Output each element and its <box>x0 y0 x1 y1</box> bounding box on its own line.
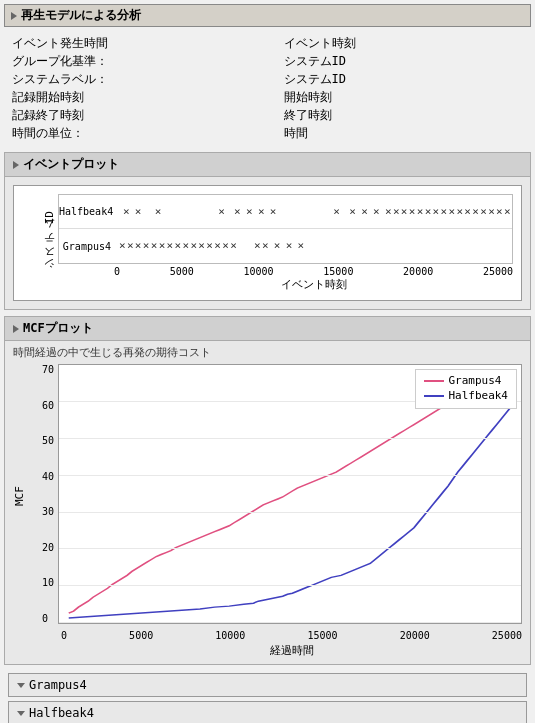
svg-text:×: × <box>155 205 162 218</box>
svg-text:×: × <box>298 239 305 252</box>
svg-text:×: × <box>448 205 455 218</box>
x-tick-0: 0 <box>114 266 120 277</box>
svg-text:×: × <box>401 205 408 218</box>
x-axis-label: イベント時刻 <box>58 277 513 292</box>
x-tick-3: 15000 <box>323 266 353 277</box>
event-plot-section: イベントプロット システムID Halfbeak4 <box>4 152 531 310</box>
svg-text:×: × <box>274 239 281 252</box>
mcf-x-axis-label: 経過時間 <box>5 641 530 664</box>
main-container: 再生モデルによる分析 イベント発生時間 イベント時刻 グループ化基準： システム… <box>0 0 535 723</box>
event-plot-collapse-icon[interactable] <box>13 161 19 169</box>
svg-text:×: × <box>504 205 511 218</box>
grampus-svg: × × × × × × × × × × <box>115 229 512 263</box>
y-tick-0: 0 <box>42 613 54 624</box>
svg-text:×: × <box>127 239 134 252</box>
svg-text:×: × <box>270 205 277 218</box>
svg-text:×: × <box>496 205 503 218</box>
mcf-y-axis-label: MCF <box>13 364 26 624</box>
svg-text:×: × <box>409 205 416 218</box>
svg-text:×: × <box>286 239 293 252</box>
mcf-plot-collapse-icon[interactable] <box>13 325 19 333</box>
y-tick-4: 40 <box>42 471 54 482</box>
event-plot-inner: システムID Halfbeak4 × <box>22 194 513 292</box>
svg-text:×: × <box>167 239 174 252</box>
event-rows: Halfbeak4 × × × × × × <box>58 194 513 264</box>
field-label-0: イベント発生時間 <box>12 35 276 52</box>
event-x-ticks: 0 5000 10000 15000 20000 25000 <box>58 264 513 277</box>
field-value-0: イベント時刻 <box>284 35 524 52</box>
bottom-item-grampus-label: Grampus4 <box>29 678 87 692</box>
event-plot-container: システムID Halfbeak4 × <box>13 185 522 301</box>
event-plot-header: イベントプロット <box>5 153 530 177</box>
main-section-title: 再生モデルによる分析 <box>21 7 141 24</box>
x-tick-1: 5000 <box>170 266 194 277</box>
svg-text:×: × <box>159 239 166 252</box>
event-plot-title: イベントプロット <box>23 156 119 173</box>
svg-text:×: × <box>373 205 380 218</box>
mcf-x-tick-4: 20000 <box>400 630 430 641</box>
legend-grampus: Grampus4 <box>424 374 508 387</box>
mcf-x-tick-0: 0 <box>61 630 67 641</box>
field-label-1: グループ化基準： <box>12 53 276 70</box>
mcf-chart-area: Grampus4 Halfbeak4 <box>58 364 522 624</box>
mcf-x-ticks: 0 5000 10000 15000 20000 25000 <box>5 628 530 641</box>
svg-text:×: × <box>385 205 392 218</box>
halfbeak-marks-area: × × × × × × × × × × <box>115 195 512 228</box>
svg-text:×: × <box>441 205 448 218</box>
y-tick-1: 10 <box>42 577 54 588</box>
svg-text:×: × <box>151 239 158 252</box>
svg-text:×: × <box>425 205 432 218</box>
bottom-item-grampus[interactable]: Grampus4 <box>8 673 527 697</box>
bottom-item-halfbeak[interactable]: Halfbeak4 <box>8 701 527 723</box>
svg-text:×: × <box>234 205 241 218</box>
x-tick-4: 20000 <box>403 266 433 277</box>
field-value-5: 時間 <box>284 125 524 142</box>
collapse-icon[interactable] <box>11 12 17 20</box>
mcf-x-tick-3: 15000 <box>307 630 337 641</box>
svg-text:×: × <box>222 239 229 252</box>
svg-text:×: × <box>361 205 368 218</box>
svg-text:×: × <box>417 205 424 218</box>
mcf-plot-section: MCFプロット 時間経過の中で生じる再発の期待コスト MCF 0 10 20 3… <box>4 316 531 665</box>
bottom-item-triangle-grampus <box>17 683 25 688</box>
y-tick-5: 50 <box>42 435 54 446</box>
field-value-3: 開始時刻 <box>284 89 524 106</box>
event-row-grampus: Grampus4 × × × × × × × × <box>59 229 512 263</box>
mcf-chart-outer: MCF 0 10 20 30 40 50 60 70 <box>13 364 522 624</box>
svg-text:×: × <box>456 205 463 218</box>
y-tick-6: 60 <box>42 400 54 411</box>
bottom-item-triangle-halfbeak <box>17 711 25 716</box>
grampus-marks-area: × × × × × × × × × × <box>115 229 512 263</box>
svg-text:×: × <box>190 239 197 252</box>
info-grid: イベント発生時間 イベント時刻 グループ化基準： システムID システムラベル：… <box>4 31 531 146</box>
y-axis-full: MCF 0 10 20 30 40 50 60 70 <box>13 364 58 624</box>
x-tick-5: 25000 <box>483 266 513 277</box>
svg-text:×: × <box>433 205 440 218</box>
svg-text:×: × <box>218 205 225 218</box>
svg-text:×: × <box>123 205 130 218</box>
svg-text:×: × <box>258 205 265 218</box>
svg-text:×: × <box>198 239 205 252</box>
svg-text:×: × <box>182 239 189 252</box>
svg-text:×: × <box>349 205 356 218</box>
field-label-2: システムラベル： <box>12 71 276 88</box>
svg-text:×: × <box>230 239 237 252</box>
y-axis-label: システムID <box>22 211 58 275</box>
halfbeak-svg: × × × × × × × × × × <box>115 195 512 229</box>
mcf-x-tick-1: 5000 <box>129 630 153 641</box>
field-label-4: 記録終了時刻 <box>12 107 276 124</box>
svg-text:×: × <box>333 205 340 218</box>
svg-text:×: × <box>135 239 142 252</box>
x-tick-2: 10000 <box>244 266 274 277</box>
svg-text:×: × <box>135 205 142 218</box>
bottom-item-halfbeak-label: Halfbeak4 <box>29 706 94 720</box>
row-label-grampus: Grampus4 <box>59 241 115 252</box>
y-tick-7: 70 <box>42 364 54 375</box>
svg-text:×: × <box>246 205 253 218</box>
svg-text:×: × <box>393 205 400 218</box>
mcf-x-tick-2: 10000 <box>215 630 245 641</box>
mcf-plot-title: MCFプロット <box>23 320 93 337</box>
svg-text:×: × <box>119 239 126 252</box>
svg-text:×: × <box>175 239 182 252</box>
svg-text:×: × <box>254 239 261 252</box>
